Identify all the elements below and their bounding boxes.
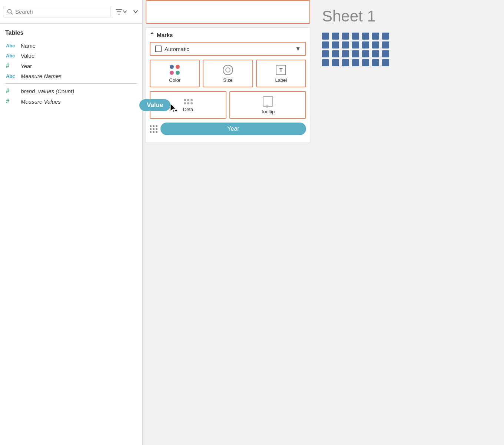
label-label: Label [275,77,287,83]
dot-pink [170,71,174,75]
dot-blue [170,65,174,69]
value-tooltip-text: Value [147,101,163,108]
dot-teal [176,71,180,75]
grid-dot [322,59,329,66]
grid-dot [382,59,389,66]
svg-line-1 [11,13,13,14]
grid-dot [322,41,329,48]
label-icon: T [276,65,286,75]
tooltip-label: Tooltip [261,109,275,114]
sort-button[interactable] [132,8,139,16]
detail-label: Deta [183,107,193,112]
marks-grid: Color Size T Label [150,60,306,87]
type-badge-hash: # [6,88,17,94]
list-item[interactable]: # Year [5,61,137,71]
grid-dot [332,59,339,66]
grid-dot [362,33,369,40]
grid-dot [382,33,389,40]
grid-dot [332,50,339,57]
type-badge-abc: Abc [6,43,17,48]
dot-row [150,131,158,133]
tooltip-icon [263,96,273,107]
dot-orange [176,65,180,69]
type-badge-hash: # [6,63,17,69]
svg-rect-2 [175,110,177,111]
tables-title: Tables [5,30,137,36]
dot [156,128,158,130]
marks-type-dropdown[interactable]: Automatic ▼ [150,42,306,56]
field-name: Value [21,53,34,59]
field-name: Year [21,63,32,69]
field-name: Name [21,43,36,49]
marks-section: ⌃ Marks Automatic ▼ Color [146,27,310,143]
svg-rect-3 [176,110,176,112]
marks-label: Marks [157,32,173,38]
automatic-icon [155,46,162,52]
dot [156,125,158,127]
list-item[interactable]: # brand_values (Count) [5,86,137,96]
grid-dot [342,33,349,40]
field-name: Measure Values [21,98,61,105]
grid-dot [352,41,359,48]
grid-dot [382,41,389,48]
filter-button[interactable] [113,7,130,17]
list-item[interactable]: # Measure Values [5,96,137,107]
dot [184,99,186,101]
detail-tooltip-row: Deta Value Tooltip [150,91,306,119]
detail-dots [184,99,193,104]
size-ring-inner [225,67,231,73]
tables-section: Tables Abc Name Abc Value # Year Abc Mea… [0,24,142,110]
marks-detail-button[interactable]: Deta Value [150,91,226,119]
value-drag-tooltip: Value [139,99,170,111]
search-input[interactable] [15,9,106,15]
grid-dot [362,41,369,48]
dot-row [150,125,158,127]
list-item[interactable]: Abc Value [5,51,137,61]
dropdown-arrow-icon: ▼ [295,46,301,52]
marks-header: ⌃ Marks [150,31,306,38]
type-badge-hash: # [6,98,17,105]
search-icon [7,9,13,15]
search-bar [0,0,142,24]
grid-dot [372,50,379,57]
search-input-wrapper[interactable] [3,6,110,17]
marks-size-button[interactable]: Size [203,60,253,87]
grid-dot [322,33,329,40]
middle-panel: ⌃ Marks Automatic ▼ Color [143,0,313,445]
marks-dropdown-label: Automatic [165,46,292,52]
grid-dot [362,50,369,57]
dot [150,125,152,127]
dot [190,102,193,104]
year-pill[interactable]: Year [160,123,306,135]
dot [153,131,155,133]
dot-row [150,128,158,130]
marks-tooltip-button[interactable]: Tooltip [229,91,306,119]
sort-icon [133,10,138,14]
field-name: brand_values (Count) [21,88,74,94]
marks-label-button[interactable]: T Label [256,60,306,87]
list-item[interactable]: Abc Name [5,41,137,51]
grid-dot [332,33,339,40]
field-name: Measure Names [21,73,62,79]
grid-dot [352,50,359,57]
grid-dot [342,59,349,66]
rows-shelf[interactable] [146,0,310,24]
dot [153,128,155,130]
sheet-title: Sheet 1 [322,7,495,25]
year-pill-label: Year [227,126,239,132]
grid-dot [352,59,359,66]
color-dots-icon [170,65,180,75]
detail-dots-icon [150,125,158,133]
dot [150,131,152,133]
list-item[interactable]: Abc Measure Names [5,71,137,81]
grid-dot [352,33,359,40]
grid-dot [342,41,349,48]
grid-dot [382,50,389,57]
marks-color-button[interactable]: Color [150,60,200,87]
grid-dot [372,41,379,48]
filter-icon [116,9,122,15]
color-label: Color [169,77,180,83]
divider [5,83,137,84]
grid-dot [342,50,349,57]
grid-dot [362,59,369,66]
